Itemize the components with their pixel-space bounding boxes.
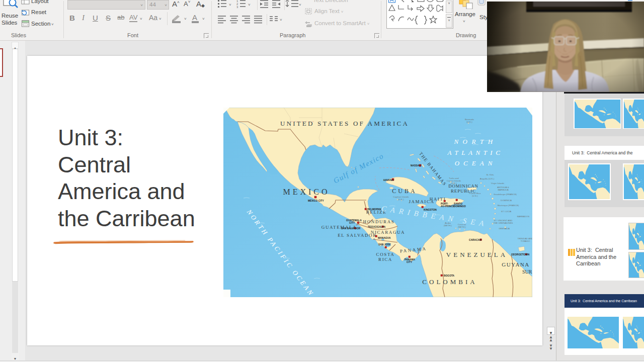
svg-text:HAVANA: HAVANA (383, 179, 394, 182)
svg-text:SAN JOSE: SAN JOSE (378, 243, 391, 246)
svg-text:BARBADOS: BARBADOS (517, 215, 529, 218)
svg-text:Martinique (FRANCE): Martinique (FRANCE) (498, 204, 519, 207)
svg-text:SAN SALVADOR: SAN SALVADOR (341, 227, 361, 230)
svg-text:NORTH: NORTH (453, 138, 497, 145)
svg-text:HAITI: HAITI (430, 197, 446, 202)
svg-text:(U.K.): (U.K.) (398, 198, 404, 201)
svg-text:ATLANTIC: ATLANTIC (447, 149, 504, 156)
svg-text:CITY: CITY (349, 222, 355, 224)
svg-text:GRENADA: GRENADA (499, 227, 510, 230)
svg-text:ST. LUCIA: ST. LUCIA (501, 210, 512, 213)
svg-text:3: 3 (236, 6, 238, 9)
svg-text:CARACAS: CARACAS (469, 239, 481, 241)
svg-text:COSTA: COSTA (376, 252, 395, 257)
svg-text:(NETH.): (NETH.) (458, 226, 466, 228)
svg-text:BELMOPAN: BELMOPAN (367, 208, 381, 211)
svg-text:KINGSTON: KINGSTON (424, 209, 437, 211)
svg-text:DOMINGO: DOMINGO (454, 205, 466, 208)
svg-text:GUYANA: GUYANA (502, 261, 529, 267)
svg-text:GEORGETOWN: GEORGETOWN (511, 253, 530, 256)
svg-text:Anguilla (U.K.): Anguilla (U.K.) (480, 177, 495, 180)
svg-text:VENEZUELA: VENEZUELA (446, 251, 508, 258)
svg-text:DOMINICA: DOMINICA (501, 199, 512, 202)
svg-text:(U.K.): (U.K.) (451, 182, 457, 185)
svg-text:Virgin Islands: Virgin Islands (491, 182, 505, 185)
svg-text:St. Kitts: St. Kitts (486, 173, 494, 176)
svg-text:NICARAGUA: NICARAGUA (371, 230, 405, 235)
svg-text:AU-PRINCE: AU-PRINCE (441, 205, 455, 208)
svg-text:Guadeloupe (FRANCE): Guadeloupe (FRANCE) (494, 193, 517, 196)
svg-text:MEXICO CITY: MEXICO CITY (308, 200, 325, 202)
svg-text:HONDURAS: HONDURAS (363, 219, 395, 224)
svg-text:BOGOTA: BOGOTA (444, 275, 455, 277)
svg-text:(U.S.): (U.S.) (472, 195, 478, 197)
svg-text:NASSAU: NASSAU (411, 164, 421, 167)
svg-text:COLOMBIA: COLOMBIA (422, 278, 477, 286)
svg-text:MEXICO: MEXICO (283, 188, 330, 196)
svg-text:A: A (390, 0, 394, 3)
svg-text:TEGUCIGALPA: TEGUCIGALPA (368, 226, 386, 228)
svg-text:THE GRENADINES: THE GRENADINES (493, 222, 513, 224)
svg-text:SUR.: SUR. (522, 269, 532, 275)
svg-text:BARBUDA: BARBUDA (498, 189, 508, 191)
svg-text:CITY: CITY (407, 261, 413, 263)
svg-text:RICA: RICA (378, 257, 392, 262)
svg-text:CUBA: CUBA (392, 188, 417, 195)
svg-text:TOBAGO: TOBAGO (521, 240, 530, 242)
svg-text:OCEAN: OCEAN (455, 159, 497, 167)
svg-text:UNITED STATES OF AMERICA: UNITED STATES OF AMERICA (280, 120, 409, 127)
svg-text:(U.K.): (U.K.) (466, 121, 472, 123)
svg-text:MANAGUA: MANAGUA (378, 237, 391, 239)
svg-text:(NETH.): (NETH.) (444, 224, 452, 227)
